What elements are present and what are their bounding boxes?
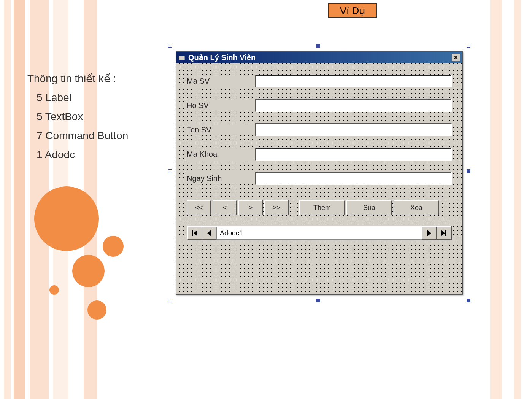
textbox-masv[interactable]	[255, 75, 452, 87]
adodc-first-button[interactable]	[187, 227, 202, 240]
design-info-item: 5 TextBox	[37, 111, 128, 123]
button-row: << < > >> Them Sua Xoa	[187, 200, 452, 215]
textbox-tensv[interactable]	[255, 123, 452, 136]
selection-handle[interactable]	[168, 169, 172, 173]
adodc-control[interactable]: Adodc1	[187, 226, 452, 240]
svg-rect-1	[179, 55, 185, 56]
close-icon: ✕	[454, 54, 458, 60]
adodc-last-button[interactable]	[437, 227, 451, 240]
design-info-header: Thông tin thiết kế :	[27, 72, 128, 85]
label-makhoa: Ma Khoa	[187, 149, 255, 160]
adodc-caption: Adodc1	[216, 227, 422, 240]
sua-button[interactable]: Sua	[346, 200, 392, 215]
adodc-prev-button[interactable]	[202, 227, 216, 240]
them-button[interactable]: Them	[299, 200, 345, 215]
label-masv: Ma SV	[187, 76, 255, 87]
next-icon	[427, 230, 431, 236]
nav-first-button[interactable]: <<	[187, 200, 211, 215]
window-title: Quản Lý Sinh Viên	[188, 53, 452, 62]
example-badge: Ví Dụ	[328, 3, 377, 18]
nav-next-button[interactable]: >	[238, 200, 263, 215]
xoa-button[interactable]: Xoa	[394, 200, 439, 215]
label-tensv: Ten SV	[187, 124, 255, 135]
field-row-hosv: Ho SV	[187, 99, 452, 112]
field-row-makhoa: Ma Khoa	[187, 148, 452, 161]
form-client-area[interactable]: Ma SV Ho SV Ten SV Ma Khoa Ngay Sinh <<	[176, 63, 462, 294]
field-row-masv: Ma SV	[187, 75, 452, 87]
form-icon	[178, 54, 185, 61]
adodc-next-button[interactable]	[422, 227, 437, 240]
selection-handle[interactable]	[467, 44, 470, 48]
nav-last-button[interactable]: >>	[264, 200, 289, 215]
field-row-ngaysinh: Ngay Sinh	[187, 172, 452, 185]
vb-designer-container: Quản Lý Sinh Viên ✕ Ma SV Ho SV Ten SV M…	[168, 44, 470, 302]
design-info: Thông tin thiết kế : 5 Label 5 TextBox 7…	[27, 72, 128, 168]
vb-form[interactable]: Quản Lý Sinh Viên ✕ Ma SV Ho SV Ten SV M…	[176, 51, 463, 295]
design-info-item: 1 Adodc	[37, 149, 128, 161]
nav-prev-button[interactable]: <	[213, 200, 237, 215]
design-info-item: 5 Label	[37, 92, 128, 104]
selection-handle[interactable]	[168, 44, 172, 48]
label-ngaysinh: Ngay Sinh	[187, 173, 255, 184]
close-button[interactable]: ✕	[452, 54, 460, 61]
last-icon	[441, 230, 446, 236]
selection-handle[interactable]	[168, 299, 172, 302]
design-info-item: 7 Command Button	[37, 130, 128, 142]
selection-handle[interactable]	[316, 299, 320, 302]
field-row-tensv: Ten SV	[187, 123, 452, 136]
prev-icon	[207, 230, 211, 236]
example-badge-label: Ví Dụ	[340, 5, 365, 17]
textbox-ngaysinh[interactable]	[255, 172, 452, 185]
first-icon	[192, 230, 197, 236]
textbox-makhoa[interactable]	[255, 148, 452, 161]
selection-handle[interactable]	[467, 169, 470, 173]
selection-handle[interactable]	[467, 299, 470, 302]
titlebar[interactable]: Quản Lý Sinh Viên ✕	[176, 52, 462, 63]
selection-handle[interactable]	[316, 44, 320, 48]
label-hosv: Ho SV	[187, 100, 255, 111]
textbox-hosv[interactable]	[255, 99, 452, 112]
